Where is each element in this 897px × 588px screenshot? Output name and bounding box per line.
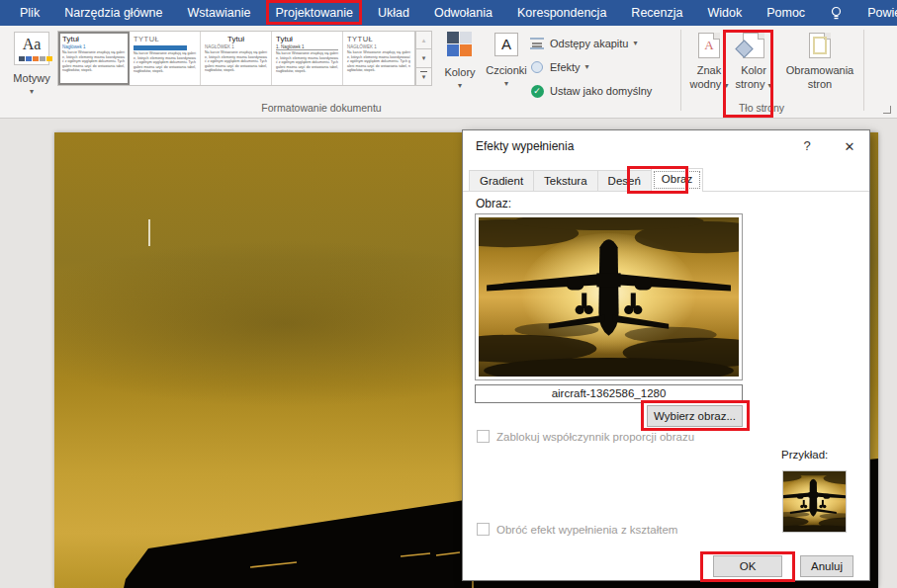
set-as-default-button[interactable]: ✓ Ustaw jako domyślny [529,79,652,103]
cancel-button[interactable]: Anuluj [800,555,853,577]
tab-uklad[interactable]: Układ [378,6,409,20]
chevron-down-icon: ▾ [6,88,57,96]
tab-recenzja[interactable]: Recenzja [631,6,682,20]
chevron-down-icon: ▾ [585,63,589,71]
themes-label: Motywy [6,72,57,84]
watermark-button[interactable]: A Znak wodny ▾ [686,32,732,92]
paint-bucket-page-icon [743,33,764,58]
dialog-title: Efekty wypełnienia [476,139,574,153]
example-preview [782,470,847,533]
bordered-page-icon [809,33,831,58]
formatting-options-stack: Odstępy akapitu ▾ Efekty ▾ ✓ Ustaw jako … [529,32,652,103]
close-icon[interactable]: ✕ [835,136,864,158]
picture-label: Obraz: [476,197,511,210]
chevron-down-icon: ▾ [724,81,728,90]
effects-button[interactable]: Efekty ▾ [529,55,652,79]
style-set-thumbnail[interactable]: Tytuł Nagłówek 1 Na karcie Wstawianie zn… [58,32,130,85]
color-grid-icon [447,32,473,57]
themes-aa-text: Aa [15,33,48,56]
tab-projektowanie-label: Projektowanie [275,6,353,20]
fill-effects-dialog: Efekty wypełnienia ? ✕ Gradient Tekstura… [462,129,870,581]
watermark-page-icon: A [698,33,720,58]
picture-filename-field: aircraft-1362586_1280 [475,384,743,403]
green-check-icon: ✓ [529,83,545,99]
tab-odwolania[interactable]: Odwołania [434,6,493,20]
text-cursor [148,219,150,246]
ok-button[interactable]: OK [713,555,782,577]
example-label: Przykład: [781,449,828,461]
tab-desen[interactable]: Deseń [597,170,652,191]
page-borders-button[interactable]: Obramowania stron [779,32,860,92]
chevron-down-icon: ▾ [438,82,482,90]
dialog-tabs: Gradient Tekstura Deseń Obraz [469,170,702,192]
tab-pomoc[interactable]: Pomoc [766,6,805,20]
help-button[interactable]: ? [797,138,817,153]
font-a-icon: A [494,33,518,56]
lock-aspect-label: Zablokuj współczynnik proporcji obrazu [496,431,694,443]
lightbulb-icon [830,6,843,21]
gallery-scroll-down-button[interactable]: ▾ [415,49,432,67]
chevron-down-icon: ▾ [634,40,638,47]
themes-aa-icon: Aa [14,32,49,65]
select-picture-button[interactable]: Wybierz obraz... [647,405,743,427]
ribbon-design-tab: Aa Motywy ▾ Tytuł Nagłówek 1 Na karcie W… [0,26,897,119]
themes-button[interactable]: Aa Motywy ▾ [6,30,57,115]
tab-wstawianie[interactable]: Wstawianie [188,6,251,20]
gallery-more-button[interactable]: ▾ [415,68,432,86]
effects-circle-icon [529,59,545,75]
group-separator [680,30,681,111]
paragraph-spacing-button[interactable]: Odstępy akapitu ▾ [529,32,652,55]
picture-preview [475,213,743,380]
tab-projektowanie[interactable]: Projektowanie [275,6,353,20]
rotate-fill-checkbox [477,523,490,536]
tab-tekstura[interactable]: Tekstura [533,170,597,191]
group-label-page-background: Tło strony [702,102,821,114]
style-set-thumbnail[interactable]: TYTUŁ NAGŁÓWEK 1 Na karcie Wstawianie zn… [343,32,414,85]
tab-gradient[interactable]: Gradient [469,170,534,191]
ribbon-tab-bar: Plik Narzędzia główne Wstawianie Projekt… [0,0,897,26]
dialog-titlebar[interactable]: Efekty wypełnienia ? ✕ [463,130,869,162]
page-color-button[interactable]: Kolor strony ▾ [730,32,777,92]
rotate-fill-label: Obróć efekt wypełnienia z kształtem [496,524,677,536]
style-highlight-bar [134,45,187,50]
tell-me-box[interactable]: Powiedz i [867,6,897,20]
fonts-button[interactable]: A Czcionki ▾ [484,32,529,88]
tab-obraz[interactable]: Obraz [651,168,703,192]
chevron-down-icon: ▾ [768,81,772,90]
lock-aspect-checkbox [477,430,490,443]
word-application-window: Plik Narzędzia główne Wstawianie Projekt… [0,0,897,588]
lock-aspect-ratio-row: Zablokuj współczynnik proporcji obrazu [477,430,694,443]
group-label-formatting: Formatowanie dokumentu [158,102,485,114]
airplane-sunset-thumbnail [783,471,846,532]
gallery-scroll-buttons: ▴ ▾ ▾ [415,31,432,86]
tab-korespondencja[interactable]: Korespondencja [517,6,606,20]
group-separator [863,30,864,111]
dialog-launcher-icon[interactable] [883,106,891,114]
paragraph-spacing-icon [529,36,545,51]
rotate-fill-row: Obróć efekt wypełnienia z kształtem [477,523,677,536]
style-set-thumbnail[interactable]: Tytuł 1. Nagłówek 1 Na karcie Wstawianie… [272,32,343,85]
chevron-down-icon: ▾ [422,73,426,81]
tab-widok[interactable]: Widok [707,6,742,20]
tab-plik[interactable]: Plik [20,6,40,20]
colors-button[interactable]: Kolory ▾ [438,32,482,90]
chevron-down-icon: ▾ [484,80,529,88]
gallery-scroll-up-button[interactable]: ▴ [415,31,432,49]
chevron-up-icon: ▴ [422,37,426,44]
airplane-sunset-image [479,217,739,377]
tab-narzedzia-glowne[interactable]: Narzędzia główne [64,6,162,20]
style-set-thumbnail[interactable]: Tytuł NAGŁÓWEK 1 Na karcie Wstawianie zn… [201,32,272,85]
style-set-gallery: Tytuł Nagłówek 1 Na karcie Wstawianie zn… [57,31,415,86]
chevron-down-icon: ▾ [422,54,426,62]
style-set-thumbnail[interactable]: TYTUŁ Na karcie Wstawianie znajdują się … [130,32,201,85]
